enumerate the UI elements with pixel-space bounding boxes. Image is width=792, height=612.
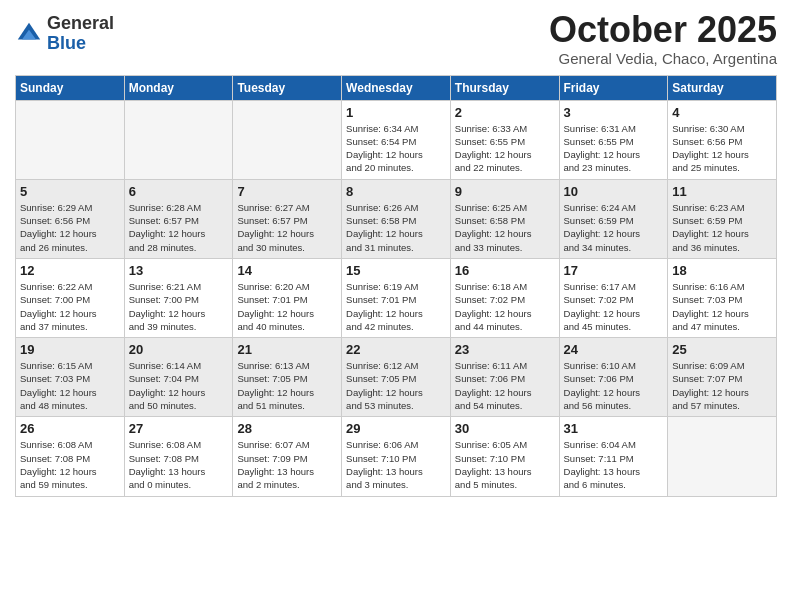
day-info: Sunrise: 6:19 AM Sunset: 7:01 PM Dayligh…	[346, 280, 446, 333]
day-number: 10	[564, 184, 664, 199]
day-info: Sunrise: 6:33 AM Sunset: 6:55 PM Dayligh…	[455, 122, 555, 175]
day-info: Sunrise: 6:14 AM Sunset: 7:04 PM Dayligh…	[129, 359, 229, 412]
day-number: 21	[237, 342, 337, 357]
col-thursday: Thursday	[450, 75, 559, 100]
table-row: 17Sunrise: 6:17 AM Sunset: 7:02 PM Dayli…	[559, 258, 668, 337]
table-row: 5Sunrise: 6:29 AM Sunset: 6:56 PM Daylig…	[16, 179, 125, 258]
col-wednesday: Wednesday	[342, 75, 451, 100]
day-number: 9	[455, 184, 555, 199]
table-row: 30Sunrise: 6:05 AM Sunset: 7:10 PM Dayli…	[450, 417, 559, 496]
table-row: 24Sunrise: 6:10 AM Sunset: 7:06 PM Dayli…	[559, 338, 668, 417]
day-info: Sunrise: 6:21 AM Sunset: 7:00 PM Dayligh…	[129, 280, 229, 333]
table-row	[16, 100, 125, 179]
day-info: Sunrise: 6:31 AM Sunset: 6:55 PM Dayligh…	[564, 122, 664, 175]
day-info: Sunrise: 6:34 AM Sunset: 6:54 PM Dayligh…	[346, 122, 446, 175]
table-row	[668, 417, 777, 496]
day-number: 22	[346, 342, 446, 357]
day-number: 17	[564, 263, 664, 278]
day-number: 27	[129, 421, 229, 436]
day-number: 3	[564, 105, 664, 120]
day-info: Sunrise: 6:11 AM Sunset: 7:06 PM Dayligh…	[455, 359, 555, 412]
day-info: Sunrise: 6:09 AM Sunset: 7:07 PM Dayligh…	[672, 359, 772, 412]
day-number: 8	[346, 184, 446, 199]
table-row	[124, 100, 233, 179]
calendar-table: Sunday Monday Tuesday Wednesday Thursday…	[15, 75, 777, 497]
day-number: 11	[672, 184, 772, 199]
day-info: Sunrise: 6:30 AM Sunset: 6:56 PM Dayligh…	[672, 122, 772, 175]
col-sunday: Sunday	[16, 75, 125, 100]
day-number: 7	[237, 184, 337, 199]
table-row: 25Sunrise: 6:09 AM Sunset: 7:07 PM Dayli…	[668, 338, 777, 417]
day-info: Sunrise: 6:08 AM Sunset: 7:08 PM Dayligh…	[20, 438, 120, 491]
day-number: 15	[346, 263, 446, 278]
month-title: October 2025	[549, 10, 777, 50]
day-info: Sunrise: 6:04 AM Sunset: 7:11 PM Dayligh…	[564, 438, 664, 491]
table-row: 15Sunrise: 6:19 AM Sunset: 7:01 PM Dayli…	[342, 258, 451, 337]
table-row: 19Sunrise: 6:15 AM Sunset: 7:03 PM Dayli…	[16, 338, 125, 417]
calendar-week-row: 26Sunrise: 6:08 AM Sunset: 7:08 PM Dayli…	[16, 417, 777, 496]
calendar-week-row: 12Sunrise: 6:22 AM Sunset: 7:00 PM Dayli…	[16, 258, 777, 337]
table-row: 20Sunrise: 6:14 AM Sunset: 7:04 PM Dayli…	[124, 338, 233, 417]
table-row: 12Sunrise: 6:22 AM Sunset: 7:00 PM Dayli…	[16, 258, 125, 337]
logo: General Blue	[15, 14, 114, 54]
table-row: 26Sunrise: 6:08 AM Sunset: 7:08 PM Dayli…	[16, 417, 125, 496]
day-info: Sunrise: 6:26 AM Sunset: 6:58 PM Dayligh…	[346, 201, 446, 254]
day-info: Sunrise: 6:15 AM Sunset: 7:03 PM Dayligh…	[20, 359, 120, 412]
logo-general-text: General	[47, 14, 114, 34]
table-row: 11Sunrise: 6:23 AM Sunset: 6:59 PM Dayli…	[668, 179, 777, 258]
day-number: 20	[129, 342, 229, 357]
day-info: Sunrise: 6:20 AM Sunset: 7:01 PM Dayligh…	[237, 280, 337, 333]
calendar-week-row: 19Sunrise: 6:15 AM Sunset: 7:03 PM Dayli…	[16, 338, 777, 417]
day-info: Sunrise: 6:06 AM Sunset: 7:10 PM Dayligh…	[346, 438, 446, 491]
day-number: 2	[455, 105, 555, 120]
page-container: General Blue October 2025 General Vedia,…	[0, 0, 792, 612]
day-number: 29	[346, 421, 446, 436]
col-tuesday: Tuesday	[233, 75, 342, 100]
table-row: 2Sunrise: 6:33 AM Sunset: 6:55 PM Daylig…	[450, 100, 559, 179]
day-info: Sunrise: 6:07 AM Sunset: 7:09 PM Dayligh…	[237, 438, 337, 491]
table-row: 1Sunrise: 6:34 AM Sunset: 6:54 PM Daylig…	[342, 100, 451, 179]
header: General Blue October 2025 General Vedia,…	[15, 10, 777, 67]
col-saturday: Saturday	[668, 75, 777, 100]
table-row: 6Sunrise: 6:28 AM Sunset: 6:57 PM Daylig…	[124, 179, 233, 258]
day-info: Sunrise: 6:08 AM Sunset: 7:08 PM Dayligh…	[129, 438, 229, 491]
calendar-header-row: Sunday Monday Tuesday Wednesday Thursday…	[16, 75, 777, 100]
day-number: 25	[672, 342, 772, 357]
day-info: Sunrise: 6:17 AM Sunset: 7:02 PM Dayligh…	[564, 280, 664, 333]
title-area: October 2025 General Vedia, Chaco, Argen…	[549, 10, 777, 67]
calendar-week-row: 5Sunrise: 6:29 AM Sunset: 6:56 PM Daylig…	[16, 179, 777, 258]
table-row: 7Sunrise: 6:27 AM Sunset: 6:57 PM Daylig…	[233, 179, 342, 258]
day-number: 5	[20, 184, 120, 199]
day-info: Sunrise: 6:28 AM Sunset: 6:57 PM Dayligh…	[129, 201, 229, 254]
table-row: 13Sunrise: 6:21 AM Sunset: 7:00 PM Dayli…	[124, 258, 233, 337]
day-number: 13	[129, 263, 229, 278]
day-info: Sunrise: 6:13 AM Sunset: 7:05 PM Dayligh…	[237, 359, 337, 412]
subtitle: General Vedia, Chaco, Argentina	[549, 50, 777, 67]
table-row: 27Sunrise: 6:08 AM Sunset: 7:08 PM Dayli…	[124, 417, 233, 496]
table-row: 31Sunrise: 6:04 AM Sunset: 7:11 PM Dayli…	[559, 417, 668, 496]
table-row: 16Sunrise: 6:18 AM Sunset: 7:02 PM Dayli…	[450, 258, 559, 337]
day-number: 1	[346, 105, 446, 120]
col-monday: Monday	[124, 75, 233, 100]
table-row: 28Sunrise: 6:07 AM Sunset: 7:09 PM Dayli…	[233, 417, 342, 496]
day-info: Sunrise: 6:22 AM Sunset: 7:00 PM Dayligh…	[20, 280, 120, 333]
day-number: 12	[20, 263, 120, 278]
day-number: 4	[672, 105, 772, 120]
table-row: 18Sunrise: 6:16 AM Sunset: 7:03 PM Dayli…	[668, 258, 777, 337]
day-number: 23	[455, 342, 555, 357]
table-row: 3Sunrise: 6:31 AM Sunset: 6:55 PM Daylig…	[559, 100, 668, 179]
logo-icon	[15, 20, 43, 48]
day-info: Sunrise: 6:29 AM Sunset: 6:56 PM Dayligh…	[20, 201, 120, 254]
day-info: Sunrise: 6:27 AM Sunset: 6:57 PM Dayligh…	[237, 201, 337, 254]
table-row: 4Sunrise: 6:30 AM Sunset: 6:56 PM Daylig…	[668, 100, 777, 179]
calendar-week-row: 1Sunrise: 6:34 AM Sunset: 6:54 PM Daylig…	[16, 100, 777, 179]
day-info: Sunrise: 6:23 AM Sunset: 6:59 PM Dayligh…	[672, 201, 772, 254]
day-info: Sunrise: 6:12 AM Sunset: 7:05 PM Dayligh…	[346, 359, 446, 412]
table-row: 29Sunrise: 6:06 AM Sunset: 7:10 PM Dayli…	[342, 417, 451, 496]
day-info: Sunrise: 6:10 AM Sunset: 7:06 PM Dayligh…	[564, 359, 664, 412]
table-row: 23Sunrise: 6:11 AM Sunset: 7:06 PM Dayli…	[450, 338, 559, 417]
table-row: 10Sunrise: 6:24 AM Sunset: 6:59 PM Dayli…	[559, 179, 668, 258]
day-info: Sunrise: 6:16 AM Sunset: 7:03 PM Dayligh…	[672, 280, 772, 333]
day-number: 6	[129, 184, 229, 199]
day-number: 24	[564, 342, 664, 357]
